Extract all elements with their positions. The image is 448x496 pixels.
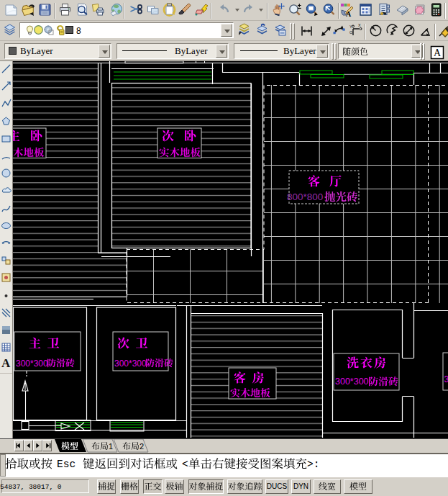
svg-text:X: X [358,24,361,27]
svg-text:3: 3 [444,374,448,384]
svg-text:Y: Y [349,24,352,29]
svg-text:300*300: 300*300 [16,359,48,369]
svg-text:300*300: 300*300 [335,376,369,387]
svg-text:A: A [434,48,442,58]
svg-text:Esc: Esc [57,459,76,470]
svg-text:1: 1 [109,442,113,451]
svg-text:A: A [346,10,352,17]
svg-text:<: < [182,459,188,470]
svg-text:800*800: 800*800 [287,191,323,202]
svg-text:2: 2 [140,442,144,451]
svg-text:O: O [349,30,353,35]
svg-text:>:: >: [307,459,319,470]
svg-text:300*300: 300*300 [114,359,147,369]
